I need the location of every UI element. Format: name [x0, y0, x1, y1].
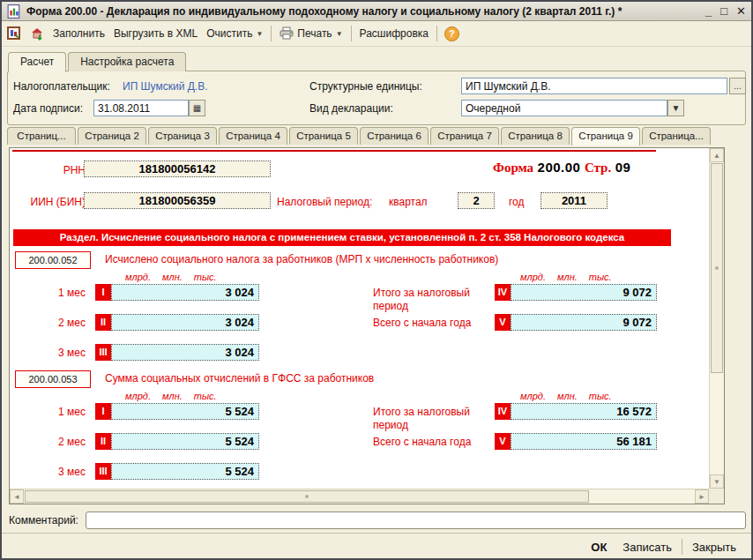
year-field[interactable]: 2011 — [541, 192, 608, 209]
save-button[interactable]: Записать — [615, 538, 680, 556]
refresh-button[interactable] — [29, 25, 45, 42]
declaration-type-select[interactable] — [461, 100, 667, 116]
horizontal-scroll-thumb[interactable] — [25, 490, 589, 503]
period-total-label: Итого за налоговый период — [373, 287, 486, 313]
form-number-title: Форма 200.00 Стр. 09 — [493, 160, 630, 175]
export-xml-button[interactable]: Выгрузить в XML — [113, 26, 198, 41]
minimize-button[interactable]: _ — [705, 5, 712, 17]
toolbar: Заполнить Выгрузить в XML Очистить▼ Печа… — [2, 21, 751, 47]
roman-box-v: V — [495, 433, 511, 450]
scroll-down-icon[interactable]: ▼ — [710, 474, 724, 489]
export-xml-label: Выгрузить в XML — [114, 27, 198, 40]
month-2-field[interactable]: 3 024 — [111, 314, 259, 331]
month-3-label: 3 мес — [33, 466, 86, 478]
units-bln: млрд. — [520, 391, 546, 401]
units-ths: тыс. — [589, 272, 612, 282]
units-bln: млрд. — [520, 272, 546, 282]
page-number: 09 — [615, 160, 631, 175]
sign-date-input[interactable] — [93, 100, 189, 116]
scroll-right-icon[interactable]: ► — [695, 489, 709, 504]
taxpayer-link[interactable]: ИП Шумский Д.В. — [123, 80, 208, 93]
period-total-label: Итого за налоговый период — [373, 406, 486, 432]
units-ths: тыс. — [194, 272, 217, 282]
month-2-label: 2 мес — [33, 436, 86, 448]
form-number: 200.00 — [538, 160, 581, 175]
close-button[interactable]: ✕ — [736, 5, 746, 17]
page-tab-7[interactable]: Страница 7 — [430, 127, 499, 145]
period-total-field[interactable]: 9 072 — [511, 284, 657, 301]
clear-button[interactable]: Очистить▼ — [205, 26, 264, 41]
main-tabs: Расчет Настройка расчета — [8, 52, 186, 71]
roman-box-iii: III — [95, 344, 111, 361]
printer-icon — [280, 26, 294, 41]
section-code: 200.00.052 — [15, 251, 91, 269]
maximize-button[interactable]: □ — [720, 5, 727, 17]
toolbar-separator — [271, 26, 272, 41]
toolbar-separator — [351, 26, 352, 41]
scroll-up-icon[interactable]: ▲ — [710, 148, 724, 162]
roman-box-iv: IV — [495, 403, 511, 420]
title-bar: Форма 200.00 - Декларация по индивидуаль… — [2, 2, 751, 21]
tax-period-label: Налоговый период: — [277, 196, 372, 208]
page-tab-2[interactable]: Страница 2 — [78, 127, 146, 145]
iin-label: ИИН (БИН) — [19, 196, 86, 208]
report-button[interactable] — [6, 25, 22, 42]
print-button[interactable]: Печать▼ — [279, 25, 343, 42]
month-1-field[interactable]: 3 024 — [111, 284, 259, 301]
roman-box-iii: III — [95, 463, 111, 480]
page-tab-3[interactable]: Страница 3 — [148, 127, 217, 145]
section-code: 200.00.053 — [15, 370, 91, 388]
year-total-field[interactable]: 56 181 — [511, 433, 657, 450]
calendar-icon[interactable]: ▦ — [189, 100, 205, 116]
clear-button-label: Очистить — [206, 27, 252, 40]
units-bln: млрд. — [125, 391, 151, 401]
page-tabs: Страниц... Страница 2 Страница 3 Страниц… — [7, 127, 711, 145]
month-2-field[interactable]: 5 524 — [111, 433, 259, 450]
close-form-button[interactable]: Закрыть — [684, 538, 744, 556]
chevron-down-icon: ▼ — [336, 30, 343, 38]
horizontal-scrollbar[interactable]: ◄ ► — [10, 489, 709, 504]
window-title: Форма 200.00 - Декларация по индивидуаль… — [26, 5, 700, 18]
page-tab-8[interactable]: Страница 8 — [501, 127, 570, 145]
units-header-right: млрд.млн.тыс. — [520, 272, 612, 282]
page-tab-5[interactable]: Страница 5 — [289, 127, 358, 145]
iin-field[interactable]: 181800056359 — [84, 192, 271, 209]
form-top-rule — [12, 150, 656, 152]
comment-input[interactable] — [86, 511, 746, 529]
help-icon[interactable]: ? — [444, 26, 459, 41]
quarter-field[interactable]: 2 — [458, 192, 495, 209]
roman-box-ii: II — [95, 314, 111, 331]
page-tab-6[interactable]: Страница 6 — [360, 127, 429, 145]
month-3-label: 3 мес — [33, 347, 86, 359]
ok-button[interactable]: ОК — [583, 538, 615, 556]
decode-button[interactable]: Расшифровка — [359, 26, 429, 41]
page-word: Стр. — [585, 161, 611, 175]
page-tab-9[interactable]: Страница 9 — [571, 127, 640, 146]
period-total-field[interactable]: 16 572 — [511, 403, 657, 420]
units-mln: млн. — [557, 391, 578, 401]
month-1-field[interactable]: 5 524 — [111, 403, 259, 420]
tab-calculation[interactable]: Расчет — [8, 52, 66, 72]
vertical-scroll-thumb[interactable] — [711, 163, 723, 373]
month-3-field[interactable]: 3 024 — [111, 344, 259, 361]
units-header-left: млрд.млн.тыс. — [125, 272, 217, 282]
units-mln: млн. — [162, 391, 183, 401]
tab-calculation-settings[interactable]: Настройка расчета — [68, 52, 186, 71]
quarter-label: квартал — [389, 196, 428, 208]
fill-button[interactable]: Заполнить — [52, 26, 106, 41]
rnn-field[interactable]: 181800056142 — [84, 161, 271, 177]
page-tab-1[interactable]: Страниц... — [7, 127, 76, 145]
month-3-field[interactable]: 5 524 — [111, 463, 259, 480]
units-ths: тыс. — [194, 391, 217, 401]
year-total-field[interactable]: 9 072 — [511, 314, 657, 331]
vertical-scrollbar[interactable]: ▲ ▼ — [709, 148, 724, 489]
month-2-label: 2 мес — [33, 317, 86, 329]
dropdown-arrow-icon[interactable]: ▼ — [667, 100, 684, 116]
bottom-button-bar: ОК Записать Закрыть — [2, 533, 751, 560]
section-200-00-052: 200.00.052 Исчислено социального налога … — [10, 251, 709, 375]
structural-units-input[interactable] — [461, 78, 727, 94]
structural-units-more-button[interactable]: ... — [729, 78, 746, 94]
page-tab-10[interactable]: Страница... — [642, 127, 711, 145]
page-tab-4[interactable]: Страница 4 — [219, 127, 287, 145]
scroll-left-icon[interactable]: ◄ — [10, 489, 24, 504]
